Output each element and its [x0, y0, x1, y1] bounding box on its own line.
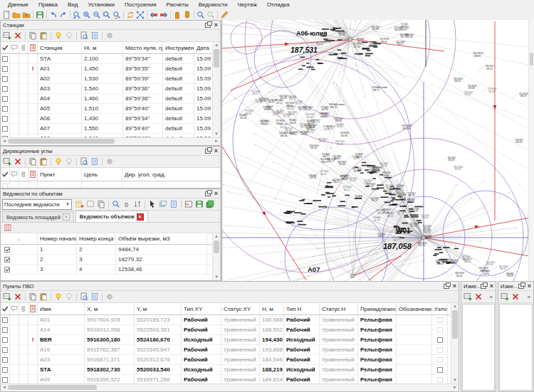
bulb-on-icon[interactable] — [53, 31, 63, 41]
add-row-icon[interactable] — [2, 31, 12, 41]
column-header[interactable]: Обозначение — [397, 303, 432, 314]
point-node[interactable] — [432, 325, 448, 334]
float-panel-icon[interactable] — [481, 284, 486, 289]
column-header[interactable]: Y, м — [135, 303, 182, 314]
column-header[interactable]: Дата — [194, 42, 212, 53]
table-row[interactable]: A061,43089°59'34"default15.09 — [1, 114, 212, 124]
checkbox[interactable] — [2, 56, 8, 62]
node-checkbox[interactable] — [437, 367, 443, 373]
refresh-icon[interactable] — [125, 10, 135, 19]
edit-icon[interactable] — [219, 10, 229, 19]
menu-item-вид[interactable]: Вид — [63, 1, 83, 8]
node-checkbox[interactable] — [437, 327, 443, 333]
tab-close-icon[interactable]: × — [137, 213, 144, 221]
checkbox[interactable] — [2, 367, 8, 373]
row-checkbox[interactable] — [1, 345, 10, 354]
column-header[interactable]: Место нуля, град — [123, 42, 163, 53]
bulb-off-icon[interactable] — [64, 157, 74, 166]
menu-item-установки[interactable]: Установки — [83, 1, 120, 8]
toolbar-overflow-icon[interactable]: » — [528, 294, 532, 300]
delete-icon[interactable] — [13, 157, 23, 166]
layer-down-icon[interactable] — [182, 10, 192, 19]
row-checkbox[interactable] — [1, 375, 10, 383]
notes-icon[interactable] — [90, 31, 100, 41]
save-icon[interactable] — [35, 10, 45, 19]
undo-icon[interactable] — [48, 10, 58, 19]
column-header[interactable]: Узлов — [432, 303, 448, 314]
table-row[interactable]: A035916871,3715520312,676РабочийУравненн… — [1, 355, 451, 365]
column-header[interactable]: Инструмент — [163, 42, 194, 53]
checkbox[interactable] — [2, 327, 8, 333]
delete-icon[interactable] — [473, 292, 483, 302]
redo-icon[interactable] — [58, 10, 68, 19]
zoom-in-icon[interactable] — [82, 10, 92, 19]
point-node[interactable] — [432, 315, 448, 324]
float-panel-icon[interactable] — [444, 284, 449, 289]
notes-icon[interactable] — [169, 200, 179, 209]
row-checkbox[interactable] — [1, 84, 10, 93]
column-header[interactable]: Тип H — [284, 303, 320, 314]
check-cell[interactable] — [1, 245, 38, 254]
checkbox[interactable] — [2, 317, 8, 323]
points-vscroll[interactable]: ▲▼ — [451, 303, 459, 383]
close-panel-icon[interactable]: × — [214, 148, 218, 154]
stations-hscroll[interactable]: ◄► — [1, 137, 220, 145]
row-checkbox[interactable] — [1, 365, 10, 374]
table-row[interactable]: A021,53089°59'39"default15.09 — [1, 74, 212, 84]
add-row-icon[interactable] — [463, 292, 473, 302]
book-icon[interactable] — [85, 200, 95, 209]
zoom-prev-icon[interactable] — [112, 10, 122, 19]
checkbox[interactable] — [2, 86, 8, 92]
search-icon[interactable] — [196, 10, 206, 19]
checkbox[interactable] — [2, 106, 8, 112]
find-icon[interactable] — [111, 200, 121, 209]
check-cell[interactable] — [1, 255, 38, 264]
menu-item-ведомости[interactable]: Ведомости — [194, 1, 233, 8]
menu-item-расчеты[interactable]: Расчеты — [162, 1, 194, 8]
add-row-icon[interactable] — [500, 292, 510, 302]
sort-icon[interactable] — [132, 200, 142, 209]
search-dim-icon[interactable] — [206, 10, 216, 19]
prev-icon[interactable] — [149, 10, 159, 19]
bulb-off-icon[interactable] — [64, 31, 74, 41]
checkbox[interactable] — [2, 377, 8, 383]
row-checkbox[interactable] — [1, 335, 10, 344]
table-row[interactable]: !A011,45089°59'35"default15.09 — [1, 64, 212, 74]
table-row[interactable]: A015917604,9285520185,723РабочийУравненн… — [1, 315, 451, 325]
checkbox[interactable] — [2, 126, 8, 132]
table-row[interactable]: A145916012,9585522503,361РабочийУравненн… — [1, 325, 451, 335]
column-header[interactable]: X, м — [85, 303, 135, 314]
sheets-dropdown[interactable]: Последние ведомости ▼ — [2, 199, 72, 210]
tab-inactive[interactable]: Ведомость площадей× — [2, 211, 74, 222]
delete-icon[interactable] — [13, 292, 23, 302]
save-icon[interactable] — [194, 200, 204, 209]
toolbar-overflow-icon[interactable]: » — [490, 294, 494, 300]
checkbox[interactable] — [2, 76, 8, 82]
copy-icon[interactable] — [96, 200, 106, 209]
column-header[interactable]: H, м — [260, 303, 284, 314]
table-row[interactable]: 2318279,32 — [1, 255, 212, 265]
table-row[interactable]: A031,54089°59'36"default15.09 — [1, 84, 212, 94]
delete-icon[interactable] — [511, 292, 520, 302]
measure-list[interactable] — [462, 304, 495, 391]
check-cell[interactable] — [1, 265, 38, 274]
pointer-icon[interactable] — [147, 200, 157, 209]
map-view[interactable]: A06-юлия187,531W01187,058A07727 W01188.7… — [221, 20, 534, 281]
html-icon[interactable]: ht — [184, 200, 194, 209]
close-panel-icon[interactable]: × — [214, 22, 218, 28]
measure-list[interactable] — [499, 304, 533, 391]
table-row[interactable]: A041,46089°59'36"default15.09 — [1, 94, 212, 104]
column-header[interactable]: Принадлежность — [358, 303, 397, 314]
tab-close-icon[interactable]: × — [63, 213, 70, 221]
close-panel-icon[interactable]: × — [214, 191, 218, 197]
table-row[interactable]: STA5918302,7305520033,540ИсходныйУравнен… — [1, 365, 451, 375]
delete-icon[interactable] — [13, 31, 23, 41]
column-header[interactable]: Статус XY — [221, 303, 260, 314]
point-node[interactable] — [432, 375, 448, 383]
table-add-icon[interactable] — [75, 200, 85, 209]
copy-icon[interactable] — [28, 292, 38, 302]
row-checkbox[interactable] — [1, 124, 10, 133]
checkbox[interactable] — [2, 116, 8, 122]
table-row[interactable]: !BER5916300,1805524186,670ИсходныйУравне… — [1, 335, 451, 345]
copy-icon[interactable] — [28, 157, 38, 166]
